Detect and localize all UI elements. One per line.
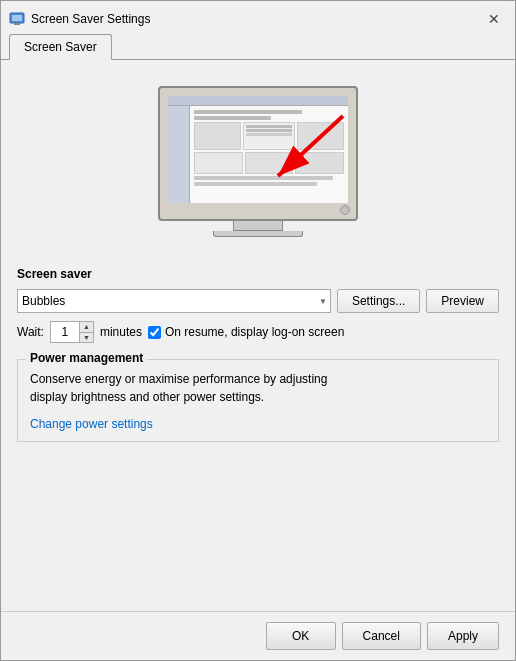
tab-screen-saver-label: Screen Saver (24, 40, 97, 54)
monitor-base (213, 231, 303, 237)
power-management-section: Power management Conserve energy or maxi… (17, 359, 499, 442)
monitor-stand (233, 221, 283, 231)
footer-buttons: OK Cancel Apply (1, 611, 515, 660)
screen-saver-label: Screen saver (17, 267, 499, 281)
wait-input[interactable] (51, 322, 79, 342)
spin-down-button[interactable]: ▼ (79, 333, 93, 343)
spin-up-button[interactable]: ▲ (79, 322, 93, 333)
svg-rect-2 (14, 23, 20, 25)
screen-sidebar (168, 106, 190, 203)
screen-saver-dropdown[interactable]: Bubbles None 3D Text Blank Mystify Photo… (17, 289, 331, 313)
resume-label-text: On resume, display log-on screen (165, 325, 344, 339)
spinner-buttons: ▲ ▼ (79, 322, 93, 342)
ok-button[interactable]: OK (266, 622, 336, 650)
change-power-settings-link[interactable]: Change power settings (30, 417, 153, 431)
power-desc: Conserve energy or maximise performance … (30, 370, 486, 406)
settings-button[interactable]: Settings... (337, 289, 420, 313)
monitor-body (158, 86, 358, 221)
svg-rect-1 (12, 15, 22, 21)
resume-checkbox-label[interactable]: On resume, display log-on screen (148, 325, 344, 339)
monitor-preview (158, 86, 358, 241)
screen-saver-settings-dialog: Screen Saver Settings ✕ Screen Saver (0, 0, 516, 661)
title-bar: Screen Saver Settings ✕ (1, 1, 515, 33)
monitor-screen (168, 96, 348, 203)
monitor-power-button (340, 205, 350, 215)
tab-bar: Screen Saver (1, 33, 515, 60)
wait-label: Wait: (17, 325, 44, 339)
preview-button[interactable]: Preview (426, 289, 499, 313)
dropdown-wrapper: Bubbles None 3D Text Blank Mystify Photo… (17, 289, 331, 313)
dialog-title: Screen Saver Settings (31, 12, 481, 26)
screen-toolbar (168, 96, 348, 106)
screen-content (168, 96, 348, 203)
power-section-title: Power management (26, 351, 147, 365)
controls-row: Bubbles None 3D Text Blank Mystify Photo… (17, 289, 499, 313)
screen-saver-section: Screen saver Bubbles None 3D Text Blank … (17, 267, 499, 343)
dialog-icon (9, 11, 25, 27)
wait-row: Wait: ▲ ▼ minutes On resume, display log… (17, 321, 499, 343)
cancel-button[interactable]: Cancel (342, 622, 421, 650)
close-button[interactable]: ✕ (481, 6, 507, 32)
content-area: Screen saver Bubbles None 3D Text Blank … (1, 60, 515, 611)
minutes-label: minutes (100, 325, 142, 339)
apply-button[interactable]: Apply (427, 622, 499, 650)
preview-section (17, 76, 499, 251)
screen-main (190, 106, 348, 203)
tab-screen-saver[interactable]: Screen Saver (9, 34, 112, 60)
resume-checkbox[interactable] (148, 326, 161, 339)
wait-input-wrapper: ▲ ▼ (50, 321, 94, 343)
